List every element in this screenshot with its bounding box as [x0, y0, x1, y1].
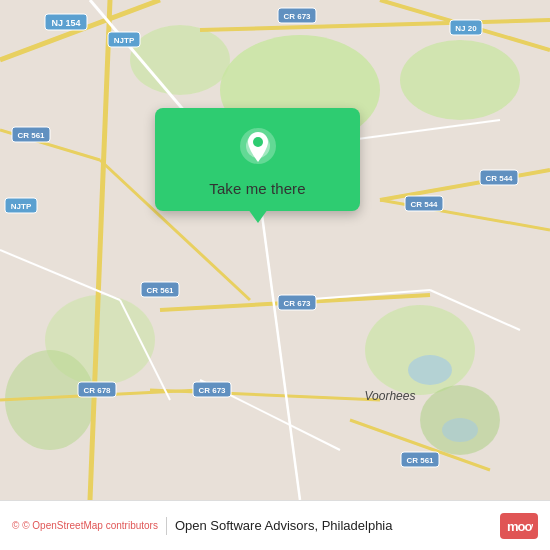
popup-label: Take me there: [209, 180, 305, 197]
svg-text:NJTP: NJTP: [114, 36, 135, 45]
svg-point-60: [253, 137, 263, 147]
svg-text:moovit: moovit: [507, 519, 533, 534]
svg-text:Voorhees: Voorhees: [365, 389, 416, 403]
svg-text:NJ 20: NJ 20: [455, 24, 477, 33]
svg-point-57: [442, 418, 478, 442]
svg-text:CR 544: CR 544: [410, 200, 438, 209]
bottom-bar: © © OpenStreetMap contributors Open Soft…: [0, 500, 550, 550]
svg-text:NJTP: NJTP: [11, 202, 32, 211]
svg-text:CR 544: CR 544: [485, 174, 513, 183]
moovit-icon: moovit: [500, 513, 538, 539]
location-pin-icon: [236, 126, 280, 170]
map-container: NJ 154 NJTP CR 673 NJ 20 CR 561 NJTP CR …: [0, 0, 550, 500]
svg-point-2: [130, 25, 230, 95]
divider: [166, 517, 167, 535]
svg-text:CR 561: CR 561: [406, 456, 434, 465]
svg-text:NJ 154: NJ 154: [51, 18, 80, 28]
svg-point-3: [400, 40, 520, 120]
popup-card[interactable]: Take me there: [155, 108, 360, 211]
moovit-logo: moovit: [500, 513, 538, 539]
svg-text:CR 673: CR 673: [283, 299, 311, 308]
svg-text:CR 673: CR 673: [283, 12, 311, 21]
svg-point-56: [408, 355, 452, 385]
svg-text:CR 561: CR 561: [146, 286, 174, 295]
svg-text:CR 673: CR 673: [198, 386, 226, 395]
osm-attribution: © © OpenStreetMap contributors: [12, 520, 158, 531]
svg-text:CR 561: CR 561: [17, 131, 45, 140]
map-svg: NJ 154 NJTP CR 673 NJ 20 CR 561 NJTP CR …: [0, 0, 550, 500]
location-text: Open Software Advisors, Philadelphia: [175, 518, 492, 533]
svg-text:CR 678: CR 678: [83, 386, 111, 395]
